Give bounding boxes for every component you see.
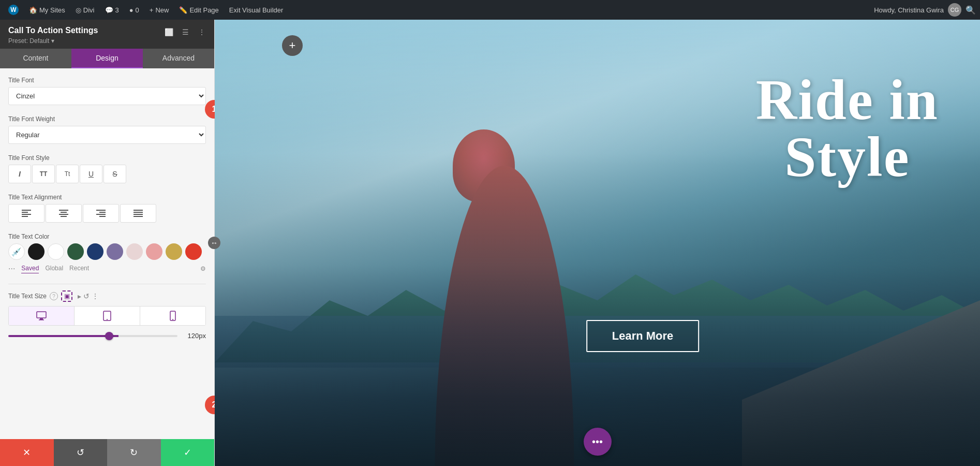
comment-icon: 💬: [105, 6, 113, 14]
wordpress-icon[interactable]: W: [4, 0, 23, 20]
capitalize-btn[interactable]: Tt: [56, 165, 79, 183]
panel-grid-icon[interactable]: ☰: [179, 26, 191, 38]
search-icon[interactable]: 🔍: [966, 5, 976, 15]
align-justify-btn[interactable]: [120, 204, 156, 223]
comment-badge-menu[interactable]: ● 0: [125, 0, 143, 20]
color-tab-recent[interactable]: Recent: [69, 265, 89, 273]
tab-advanced[interactable]: Advanced: [143, 49, 214, 68]
color-swatch-red[interactable]: [185, 243, 202, 260]
title-font-select[interactable]: Cinzel Arial Georgia Times New Roman: [8, 87, 206, 105]
svg-rect-5: [61, 212, 67, 213]
italic-btn[interactable]: I: [8, 165, 31, 183]
eyedropper-btn[interactable]: 💉: [8, 243, 25, 260]
redo-button[interactable]: ↻: [107, 439, 161, 466]
my-sites-label: My Sites: [39, 6, 65, 14]
cancel-button[interactable]: ✕: [0, 439, 54, 466]
fab-button[interactable]: •••: [584, 428, 612, 456]
undo-button[interactable]: ↺: [54, 439, 108, 466]
plus-icon: +: [150, 6, 154, 14]
size-more-icon[interactable]: ⋮: [92, 292, 99, 300]
svg-rect-7: [61, 216, 67, 217]
color-tabs-row: ··· Saved Global Recent ⚙: [8, 264, 206, 273]
color-gear-icon[interactable]: ⚙: [200, 265, 206, 272]
color-tab-global[interactable]: Global: [45, 265, 63, 273]
add-section-button[interactable]: +: [282, 35, 303, 56]
size-help-icon[interactable]: ?: [50, 292, 58, 300]
divi-menu[interactable]: ◎ Divi: [71, 0, 99, 20]
comment-count: 3: [115, 6, 119, 14]
size-responsive-icon[interactable]: ▣: [61, 290, 72, 302]
desktop-btn[interactable]: [9, 307, 75, 325]
resize-handle[interactable]: ↔: [208, 237, 220, 249]
color-swatch-pink-light[interactable]: [126, 243, 143, 260]
edit-page-menu[interactable]: ✏️ Edit Page: [175, 0, 222, 20]
svg-rect-12: [133, 210, 143, 211]
svg-rect-15: [133, 216, 143, 217]
color-swatch-navy[interactable]: [87, 243, 103, 260]
preset-label: Preset: Default: [8, 37, 49, 45]
tab-design[interactable]: Design: [71, 49, 143, 68]
svg-rect-10: [96, 214, 106, 215]
settings-panel: Call To Action Settings Preset: Default …: [0, 20, 215, 466]
color-tab-saved[interactable]: Saved: [21, 265, 39, 273]
size-slider[interactable]: [8, 335, 177, 337]
admin-bar-right: Howdy, Christina Gwira CG 🔍: [874, 3, 976, 17]
title-text-color-label: Title Text Color: [8, 233, 206, 240]
panel-restore-icon[interactable]: ⬜: [162, 26, 175, 38]
title-text-alignment-section: Title Text Alignment: [8, 194, 206, 223]
size-reset-icon[interactable]: ↺: [83, 292, 90, 300]
title-font-weight-select[interactable]: Regular Bold Light Medium: [8, 126, 206, 144]
svg-rect-3: [22, 216, 28, 217]
strikethrough-btn[interactable]: S: [103, 165, 126, 183]
divi-label: Divi: [83, 6, 95, 14]
align-right-btn[interactable]: [83, 204, 119, 223]
preset-chevron-icon: ▾: [51, 37, 54, 45]
edit-page-label: Edit Page: [189, 6, 218, 14]
device-buttons: [8, 306, 206, 326]
edit-icon: ✏️: [179, 6, 187, 14]
uppercase-btn[interactable]: TT: [32, 165, 55, 183]
learn-more-button[interactable]: Learn More: [586, 320, 700, 352]
svg-rect-17: [40, 318, 43, 319]
align-left-btn[interactable]: [8, 204, 44, 223]
hero-section: + Ride in Style Learn More •••: [215, 20, 980, 466]
svg-point-22: [172, 319, 173, 320]
hero-title: Ride in Style: [756, 71, 939, 185]
my-sites-menu[interactable]: 🏠 My Sites: [25, 0, 69, 20]
panel-more-icon[interactable]: ⋮: [196, 26, 208, 38]
style-buttons: I TT Tt U S: [8, 165, 206, 183]
size-label: Title Text Size: [8, 293, 47, 300]
exit-builder-menu[interactable]: Exit Visual Builder: [225, 0, 288, 20]
title-text-size-section: Title Text Size ? ▣ ▸ ↺ ⋮: [8, 290, 206, 340]
comments-menu[interactable]: 💬 3: [101, 0, 123, 20]
slider-value: 120px: [183, 332, 206, 340]
color-swatch-green[interactable]: [67, 243, 84, 260]
title-text-color-section: Title Text Color 💉 ··· Saved Glob: [8, 233, 206, 273]
title-font-weight-section: Title Font Weight Regular Bold Light Med…: [8, 115, 206, 144]
align-center-btn[interactable]: [46, 204, 82, 223]
color-swatch-gold[interactable]: [166, 243, 182, 260]
title-font-style-label: Title Font Style: [8, 154, 206, 162]
tab-content[interactable]: Content: [0, 49, 71, 68]
slider-row: 120px: [8, 332, 206, 340]
save-button[interactable]: ✓: [161, 439, 215, 466]
mobile-btn[interactable]: [140, 307, 205, 325]
title-font-section: Title Font Cinzel Arial Georgia Times Ne…: [8, 77, 206, 105]
underline-btn[interactable]: U: [80, 165, 102, 183]
tablet-btn[interactable]: [75, 307, 140, 325]
panel-preset[interactable]: Preset: Default ▾: [8, 37, 206, 45]
color-swatch-purple[interactable]: [107, 243, 123, 260]
divi-icon: ◎: [76, 6, 81, 14]
new-menu[interactable]: + New: [145, 0, 173, 20]
color-dots[interactable]: ···: [8, 264, 15, 273]
color-swatch-pink[interactable]: [146, 243, 162, 260]
exit-builder-label: Exit Visual Builder: [229, 6, 284, 14]
color-swatch-black[interactable]: [28, 243, 44, 260]
panel-content: Title Font Cinzel Arial Georgia Times Ne…: [0, 68, 214, 439]
sites-icon: 🏠: [29, 6, 37, 14]
svg-rect-18: [39, 319, 44, 321]
hero-text: Ride in Style: [756, 71, 939, 185]
avatar[interactable]: CG: [948, 3, 961, 17]
size-arrow-icon[interactable]: ▸: [78, 292, 81, 300]
color-swatch-white[interactable]: [48, 243, 64, 260]
